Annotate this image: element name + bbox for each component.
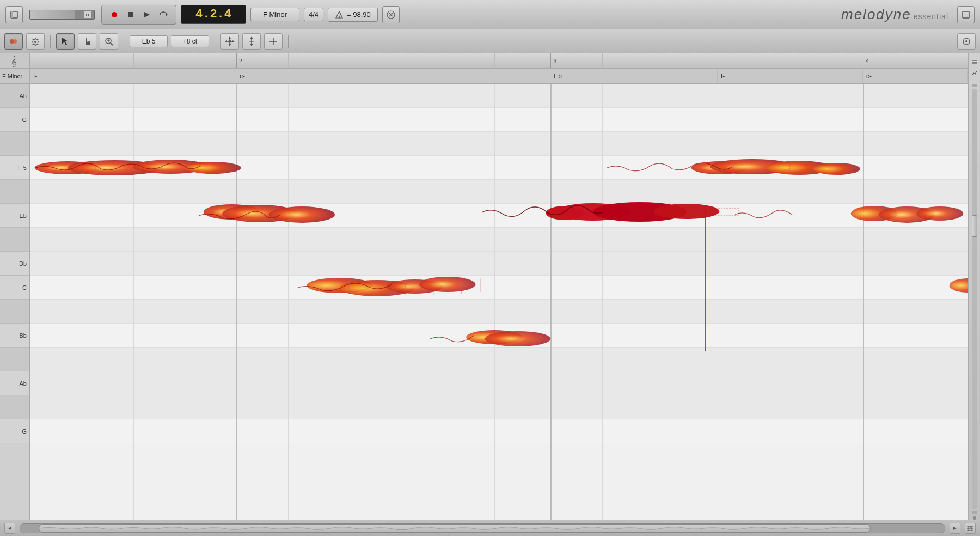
svg-rect-11	[963, 11, 969, 18]
beat-div	[443, 84, 443, 520]
grid-area[interactable]	[30, 84, 968, 520]
play-button[interactable]	[140, 8, 154, 22]
time-sig-display[interactable]: 4/4	[304, 8, 323, 21]
zoom-tool-icon	[104, 36, 114, 46]
grid-row-gb	[30, 132, 968, 156]
hand-tool-button[interactable]	[78, 33, 96, 50]
toolbar-settings-button[interactable]	[957, 33, 976, 50]
tempo-display[interactable]: = 98.90	[328, 8, 378, 22]
svg-marker-6	[144, 12, 150, 17]
svg-rect-16	[86, 38, 87, 40]
beat-tick	[443, 53, 443, 68]
pitch-tool-button[interactable]	[242, 33, 261, 50]
piano-key-d	[0, 228, 29, 252]
piano-toggle-icon[interactable]	[970, 58, 979, 66]
cents-display[interactable]: +8 ct	[171, 35, 209, 47]
beat-div	[602, 84, 603, 520]
zoom-tool-button[interactable]	[100, 33, 118, 50]
beat-tick	[82, 53, 82, 68]
chord-row: f- c- Eb f- c-	[30, 69, 968, 84]
tool-melodyne-button[interactable]	[4, 33, 23, 50]
svg-line-18	[111, 43, 113, 45]
grid-row-ab-low	[30, 371, 968, 395]
center-panel: 2 3 4 f- c- Eb f- c-	[30, 53, 968, 520]
piano-key-bb: Bb	[0, 324, 29, 348]
beat-div	[654, 84, 654, 520]
toolbar-separator-4	[288, 35, 289, 48]
pitch-display[interactable]: Eb 5	[130, 35, 168, 47]
grid-row-ab-high	[30, 84, 968, 108]
piano-key-a	[0, 348, 29, 371]
beat-tick	[706, 53, 706, 68]
arrow-tool-icon	[60, 36, 70, 46]
grid-row-g-low	[30, 395, 968, 419]
select-tool-button[interactable]	[56, 33, 75, 50]
beat-tick	[654, 53, 654, 68]
v-scrollbar[interactable]	[972, 80, 977, 520]
stop-button[interactable]	[124, 8, 138, 22]
svg-marker-23	[229, 36, 231, 39]
scroll-left-btn[interactable]	[4, 523, 15, 534]
v-scroll-track	[972, 89, 977, 509]
chord-c-minor-2: c-	[863, 69, 968, 83]
v-scroll-up[interactable]	[972, 84, 977, 87]
chord-f-minor-2: f-	[718, 69, 863, 83]
beat-tick	[133, 53, 134, 68]
scrollbar-thumb[interactable]	[39, 524, 871, 533]
grid-row-a	[30, 348, 968, 371]
piano-key-gb	[0, 132, 29, 156]
scroll-right-btn[interactable]	[950, 523, 960, 534]
key-display[interactable]: F Minor	[250, 8, 299, 21]
loop-button[interactable]	[156, 8, 170, 22]
chord-eb: Eb	[550, 69, 718, 83]
cut-tool-button[interactable]	[264, 33, 283, 50]
piano-key-db: Db	[0, 252, 29, 276]
piano-keys: Ab G F 5 Eb Db C Bb Ab	[0, 84, 30, 520]
beat-tick	[811, 53, 811, 68]
horizontal-scrollbar[interactable]	[20, 523, 945, 533]
svg-rect-1	[11, 11, 13, 18]
key-value: F Minor	[263, 10, 287, 19]
tempo-value: = 98.90	[347, 10, 371, 19]
toolbar-separator-2	[124, 35, 124, 48]
time-sig-value: 4/4	[309, 10, 318, 19]
bottom-piano-toggle[interactable]	[965, 523, 976, 534]
position-display[interactable]: 4.2.4	[181, 5, 246, 24]
beat-div	[494, 84, 495, 520]
piano-key-e	[0, 180, 29, 204]
position-value: 4.2.4	[195, 8, 231, 21]
toolbar-separator-1	[50, 35, 51, 48]
record-button[interactable]	[107, 8, 121, 22]
v-scroll-thumb[interactable]	[972, 215, 977, 237]
svg-marker-25	[225, 40, 227, 42]
window-left-button[interactable]	[5, 6, 23, 23]
quantize-button[interactable]	[382, 6, 400, 23]
window-right-button[interactable]	[957, 6, 975, 23]
svg-marker-86	[953, 527, 957, 530]
piano-key-c: C	[0, 276, 29, 300]
move-tool-button[interactable]	[220, 33, 239, 50]
tool-settings-button[interactable]	[26, 33, 45, 50]
ruler-mark-3: 3	[550, 53, 556, 68]
beat-tick	[759, 53, 759, 68]
loop-bar[interactable]	[29, 10, 95, 20]
piano-key-f5: F 5	[0, 156, 29, 180]
beat-div	[185, 84, 185, 520]
piano-key-b	[0, 300, 29, 324]
chord-c-minor: c-	[236, 69, 550, 83]
treble-clef-icon: 𝄞	[9, 55, 20, 67]
grid-row-g-nat	[30, 419, 968, 443]
grid-row-c	[30, 276, 968, 300]
beat-div	[706, 84, 706, 520]
beat-tick	[494, 53, 495, 68]
beat-div	[82, 84, 82, 520]
svg-rect-3	[88, 14, 89, 16]
beat-div	[288, 84, 289, 520]
hand-tool-icon	[82, 36, 92, 46]
note-edit-icon[interactable]	[970, 69, 979, 77]
svg-point-12	[10, 39, 14, 44]
beat-tick	[602, 53, 603, 68]
svg-marker-30	[250, 44, 253, 46]
grid-row-b	[30, 300, 968, 324]
v-scroll-down[interactable]	[972, 511, 977, 514]
